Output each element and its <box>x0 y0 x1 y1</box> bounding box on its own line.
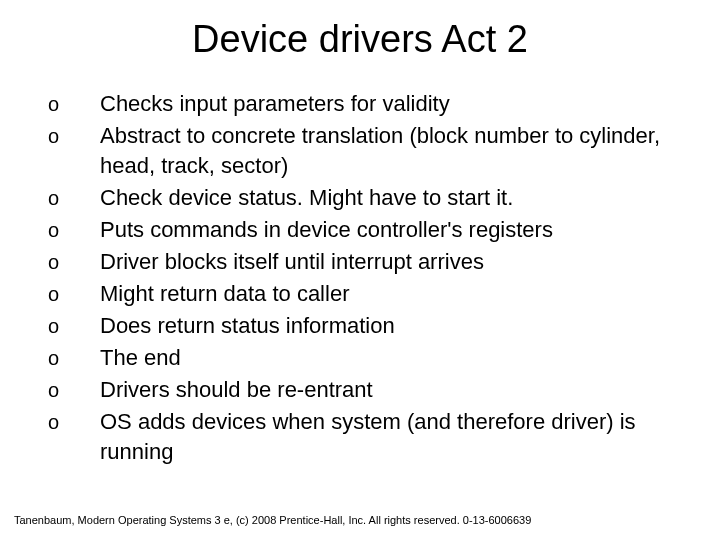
list-item-text: Driver blocks itself until interrupt arr… <box>100 247 494 277</box>
list-item-text: Drivers should be re-entrant <box>100 375 383 405</box>
list-item: o Puts commands in device controller's r… <box>48 215 692 245</box>
list-item-text: Does return status information <box>100 311 405 341</box>
slide: Device drivers Act 2 o Checks input para… <box>0 0 720 540</box>
list-item: o Driver blocks itself until interrupt a… <box>48 247 692 277</box>
bullet-list: o Checks input parameters for validity o… <box>28 89 692 467</box>
bullet-marker: o <box>48 183 100 213</box>
list-item-text: Puts commands in device controller's reg… <box>100 215 563 245</box>
bullet-marker: o <box>48 89 100 119</box>
list-item: o Checks input parameters for validity <box>48 89 692 119</box>
list-item-text: OS adds devices when system (and therefo… <box>100 407 692 467</box>
bullet-marker: o <box>48 375 100 405</box>
slide-title: Device drivers Act 2 <box>28 18 692 61</box>
list-item: o Does return status information <box>48 311 692 341</box>
bullet-marker: o <box>48 121 100 151</box>
list-item: o Check device status. Might have to sta… <box>48 183 692 213</box>
list-item-text: Abstract to concrete translation (block … <box>100 121 692 181</box>
bullet-marker: o <box>48 279 100 309</box>
list-item-text: Check device status. Might have to start… <box>100 183 523 213</box>
list-item-text: Checks input parameters for validity <box>100 89 460 119</box>
list-item: o OS adds devices when system (and there… <box>48 407 692 467</box>
list-item: o Drivers should be re-entrant <box>48 375 692 405</box>
bullet-marker: o <box>48 247 100 277</box>
bullet-marker: o <box>48 311 100 341</box>
list-item-text: The end <box>100 343 191 373</box>
list-item: o Might return data to caller <box>48 279 692 309</box>
bullet-marker: o <box>48 215 100 245</box>
list-item-text: Might return data to caller <box>100 279 359 309</box>
list-item: o The end <box>48 343 692 373</box>
bullet-marker: o <box>48 343 100 373</box>
footer-text: Tanenbaum, Modern Operating Systems 3 e,… <box>14 514 531 526</box>
list-item: o Abstract to concrete translation (bloc… <box>48 121 692 181</box>
bullet-marker: o <box>48 407 100 437</box>
